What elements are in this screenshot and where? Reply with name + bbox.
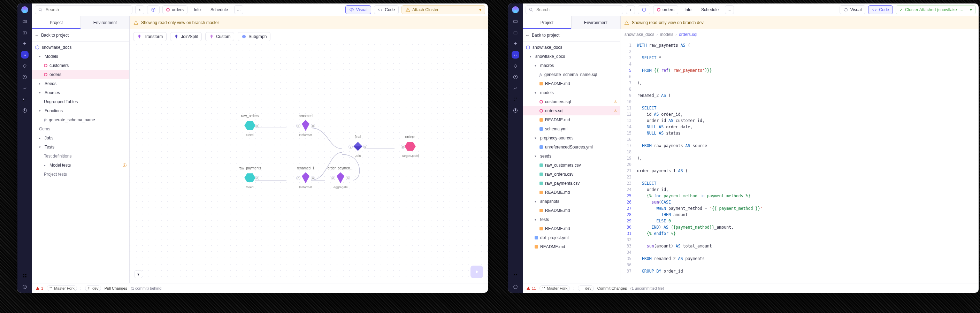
back-to-project-link[interactable]: ← Back to project xyxy=(32,31,129,40)
app-logo-icon[interactable] xyxy=(21,6,28,13)
tool-joinsplit[interactable]: Join/Split xyxy=(170,32,202,41)
fork-badge[interactable]: Master Fork xyxy=(47,286,77,291)
tree-readme-5[interactable]: README.md xyxy=(523,224,620,233)
tree-orders-sql[interactable]: orders.sql⚠ xyxy=(523,106,620,115)
cube-button[interactable] xyxy=(147,5,160,14)
branch-badge[interactable]: dev xyxy=(578,286,594,291)
nav-back-button[interactable]: ‹ xyxy=(626,5,635,14)
tree-readme-3[interactable]: README.md xyxy=(523,188,620,197)
code-toggle[interactable]: Code xyxy=(868,5,893,14)
cluster-attached-button[interactable]: ✓ Cluster Attached (snowflake_… ▾ xyxy=(896,5,976,14)
gift-icon[interactable] xyxy=(22,29,28,35)
tree-models[interactable]: ▾Models xyxy=(32,52,129,61)
plus-icon[interactable]: + xyxy=(512,40,519,47)
help-icon[interactable] xyxy=(512,284,519,290)
tree-root[interactable]: ▾snowflake_docs xyxy=(523,52,620,61)
tree-sources[interactable]: ▾Sources xyxy=(32,88,129,97)
error-count[interactable]: 1 xyxy=(35,286,43,290)
tree-prophecy-sources[interactable]: ▾prophecy-sources xyxy=(523,133,620,143)
branch-icon[interactable] xyxy=(22,96,28,102)
tree-gen-schema[interactable]: fxgenerate_schema_name xyxy=(32,115,129,124)
pipeline-icon[interactable] xyxy=(22,52,28,58)
crumb-0[interactable]: snowflake_docs xyxy=(625,32,654,37)
pipeline-icon[interactable] xyxy=(512,52,519,58)
tree-customers[interactable]: customers xyxy=(32,61,129,70)
crumb-2[interactable]: orders.sql xyxy=(679,32,697,37)
file-tab-orders[interactable]: orders xyxy=(162,5,188,14)
tree-seeds[interactable]: ▸Seeds xyxy=(32,79,129,88)
branch-badge[interactable]: dev xyxy=(85,286,101,291)
pull-changes-link[interactable]: Pull Changes xyxy=(105,286,127,290)
camera-icon[interactable] xyxy=(512,18,519,24)
clock-icon[interactable] xyxy=(22,74,28,80)
tool-transform[interactable]: Transform xyxy=(133,32,167,41)
node-raw-payments[interactable]: raw_payments 0 Seed xyxy=(234,166,266,189)
history-icon[interactable] xyxy=(512,107,519,114)
help-icon[interactable]: ? xyxy=(22,284,28,290)
tab-info[interactable]: Info xyxy=(681,5,695,14)
camera-icon[interactable] xyxy=(22,18,28,24)
tree-gen-schema[interactable]: fxgenerate_schema_name.sql xyxy=(523,70,620,79)
nav-back-button[interactable]: ‹ xyxy=(135,5,144,14)
tool-custom[interactable]: Custom xyxy=(205,32,234,41)
tab-environment[interactable]: Environment xyxy=(81,16,130,29)
node-final[interactable]: final 00 Join xyxy=(342,135,374,157)
back-to-project-link[interactable]: ←Back to project xyxy=(523,31,620,40)
node-renamed[interactable]: renamed 00 Reformat xyxy=(290,114,321,137)
file-tab-orders[interactable]: orders xyxy=(653,5,678,14)
tree-raw-orders-csv[interactable]: raw_orders.csv xyxy=(523,170,620,179)
tree-dbt-project[interactable]: dbt_project.yml xyxy=(523,233,620,242)
grid-icon[interactable] xyxy=(512,273,519,279)
tree-unref-yml[interactable]: unreferencedSources.yml xyxy=(523,143,620,152)
tree-tests[interactable]: ▾tests xyxy=(523,215,620,224)
tab-info[interactable]: Info xyxy=(190,5,204,14)
grid-icon[interactable] xyxy=(22,273,28,279)
tree-readme-4[interactable]: README.md xyxy=(523,206,620,215)
code-toggle[interactable]: Code xyxy=(374,5,399,14)
tree-snapshots[interactable]: ▾snapshots xyxy=(523,197,620,206)
tree-readme-2[interactable]: README.md xyxy=(523,115,620,124)
tab-schedule[interactable]: Schedule xyxy=(207,5,231,14)
tab-schedule[interactable]: Schedule xyxy=(698,5,722,14)
tree-models[interactable]: ▾models xyxy=(523,88,620,97)
search-input[interactable] xyxy=(35,5,132,14)
tree-macros[interactable]: ▾macros xyxy=(523,61,620,70)
tree-model-tests[interactable]: ▸Model testsⓘ xyxy=(32,160,129,170)
node-order-paymen[interactable]: order_paymen… 00 Aggregate xyxy=(325,166,356,189)
tree-customers-sql[interactable]: customers.sql⚠ xyxy=(523,97,620,106)
cube-button[interactable] xyxy=(638,5,650,14)
metrics-icon[interactable] xyxy=(512,85,519,91)
more-button[interactable]: … xyxy=(725,5,734,14)
visual-toggle[interactable]: Visual xyxy=(345,5,371,14)
tree-schema-yml[interactable]: schema.yml xyxy=(523,124,620,133)
tree-test-defs[interactable]: Test definitions xyxy=(32,152,129,160)
project-root[interactable]: snowflake_docs xyxy=(32,43,129,52)
app-logo-icon[interactable] xyxy=(512,6,519,13)
tab-project[interactable]: Project xyxy=(32,16,81,29)
diamond-icon[interactable] xyxy=(22,63,28,69)
tree-functions[interactable]: ▾Functions xyxy=(32,106,129,115)
node-raw-orders[interactable]: raw_orders 0 Seed xyxy=(234,114,266,137)
tree-jobs[interactable]: ▸Jobs xyxy=(32,133,129,143)
branch-icon[interactable] xyxy=(512,96,519,102)
tree-tests[interactable]: ▾Tests xyxy=(32,143,129,152)
tree-raw-payments-csv[interactable]: raw_payments.csv xyxy=(523,179,620,188)
code-editor[interactable]: 1234567891011121314151617181920212223242… xyxy=(620,40,978,283)
commit-changes-link[interactable]: Commit Changes xyxy=(597,286,627,290)
tree-readme-1[interactable]: README.md xyxy=(523,79,620,88)
tree-ungrouped[interactable]: Ungrouped Tables xyxy=(32,97,129,106)
tree-project-tests[interactable]: Project tests xyxy=(32,170,129,179)
gift-icon[interactable] xyxy=(512,29,519,35)
tree-gems[interactable]: Gems xyxy=(32,124,129,133)
tool-subgraph[interactable]: Subgraph xyxy=(238,32,270,41)
code-source[interactable]: WITH raw_payments AS ( SELECT * FROM {{ … xyxy=(634,40,978,283)
fork-badge[interactable]: Master Fork xyxy=(539,286,570,291)
run-button[interactable] xyxy=(471,265,483,278)
plus-icon[interactable]: + xyxy=(22,40,28,47)
project-root[interactable]: snowflake_docs xyxy=(523,43,620,52)
error-count[interactable]: 11 xyxy=(526,286,536,290)
visual-toggle[interactable]: Visual xyxy=(840,5,865,14)
metrics-icon[interactable] xyxy=(22,85,28,91)
flow-canvas[interactable]: raw_orders 0 Seed renamed 00 Reformat fi… xyxy=(130,44,488,283)
tab-environment[interactable]: Environment xyxy=(571,16,620,29)
